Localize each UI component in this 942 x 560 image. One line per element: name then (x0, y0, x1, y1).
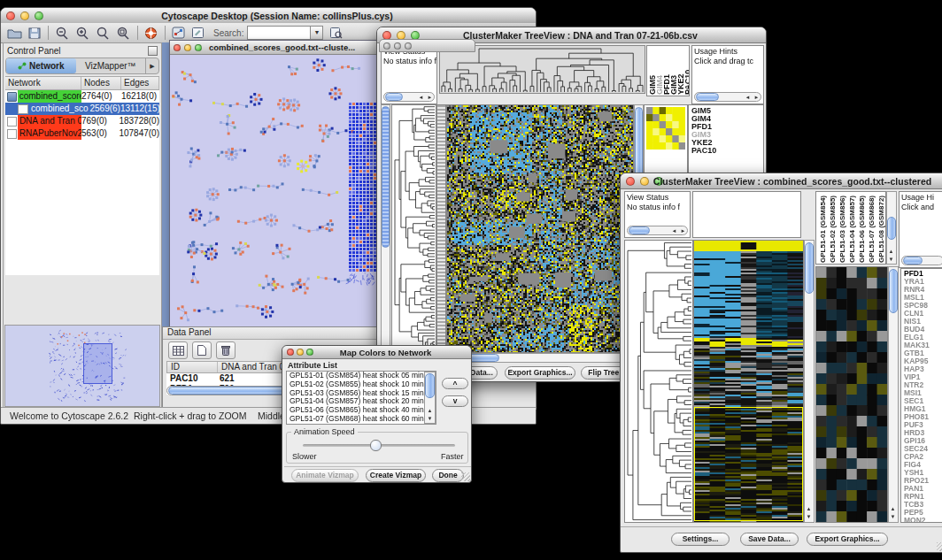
minimize-icon[interactable] (184, 44, 191, 51)
heatmap-hscrollbar[interactable] (446, 353, 634, 363)
scroll-thumb[interactable] (385, 93, 403, 101)
column-label[interactable]: GPL51-04 (GSM857) (847, 193, 857, 263)
zoom-out-icon[interactable] (55, 27, 69, 40)
heatmap-vscrollbar[interactable] (804, 240, 815, 523)
zoom-vscrollbar[interactable] (888, 266, 899, 523)
settings-button[interactable]: Settings... (671, 533, 730, 546)
scroll-left-icon[interactable] (744, 94, 752, 102)
column-label[interactable]: GPL51-01 (GSM854) (818, 193, 828, 263)
zoom-in-icon[interactable] (75, 27, 89, 40)
zoom-icon[interactable] (195, 44, 202, 51)
help-lifesaver-icon[interactable] (144, 27, 158, 40)
row-dendrogram-canvas[interactable] (392, 105, 436, 352)
network-view-title-bar[interactable]: combined_scores_good.txt--cluste... (170, 41, 393, 55)
column-dendrogram-canvas[interactable] (440, 46, 645, 93)
row-dendrogram-panel[interactable] (391, 104, 436, 353)
close-icon[interactable] (6, 12, 15, 20)
scroll-left-icon[interactable] (670, 227, 678, 235)
tab-overflow-arrow-icon[interactable] (145, 58, 158, 73)
scroll-down-icon[interactable] (426, 415, 434, 423)
row-dendrogram-panel[interactable] (624, 240, 693, 523)
scroll-thumb[interactable] (903, 257, 923, 265)
move-down-button[interactable]: v (442, 395, 468, 407)
search-input[interactable] (247, 26, 311, 40)
network-overview-canvas[interactable] (5, 326, 159, 406)
treeview2-title-bar[interactable]: ClusterMaker TreeView : combined_scores_… (621, 173, 942, 189)
column-label[interactable]: PAC10 (684, 47, 690, 95)
float-panel-icon[interactable] (148, 46, 158, 56)
scroll-up-icon[interactable] (426, 407, 434, 415)
column-label[interactable]: GPL51-07 (GSM868) (867, 193, 876, 263)
zoom-selected-icon[interactable] (96, 27, 110, 40)
heatmap-canvas[interactable] (694, 241, 803, 522)
column-dendrogram-panel[interactable] (439, 45, 645, 94)
view-status-hscrollbar[interactable] (383, 92, 435, 102)
heatmap-panel[interactable] (446, 104, 634, 353)
tab-vizmapper[interactable]: VizMapper™ (76, 58, 146, 73)
network-canvas[interactable] (170, 55, 391, 326)
scroll-thumb[interactable] (887, 217, 896, 240)
export-graphics-button[interactable]: Export Graphics... (505, 366, 575, 380)
done-button[interactable]: Done (432, 469, 464, 482)
attribute-list-vscrollbar[interactable] (424, 372, 436, 424)
column-dendrogram-panel[interactable] (692, 191, 801, 238)
scroll-right-icon[interactable] (753, 94, 761, 102)
close-icon[interactable] (383, 42, 390, 50)
scroll-thumb[interactable] (629, 226, 650, 234)
save-icon[interactable] (28, 27, 41, 39)
network-table-row[interactable]: combined_sco 2569(6) 13112(15) (5, 103, 159, 115)
delete-attribute-trash-icon[interactable] (216, 341, 236, 359)
heatmap-panel[interactable] (693, 240, 804, 523)
view-status-hscrollbar[interactable] (627, 226, 688, 235)
attribute-table-icon[interactable] (168, 341, 188, 359)
scroll-thumb[interactable] (382, 106, 390, 248)
scroll-right-icon[interactable] (679, 227, 687, 235)
scroll-thumb[interactable] (696, 93, 719, 101)
scroll-thumb[interactable] (889, 269, 898, 313)
vizmapper-icon[interactable] (172, 27, 185, 39)
column-label[interactable]: GPL51-02 (GSM855) (828, 193, 838, 263)
scroll-up-icon[interactable] (889, 505, 897, 513)
scroll-down-icon[interactable] (889, 513, 897, 521)
close-icon[interactable] (174, 44, 181, 51)
scroll-thumb[interactable] (805, 242, 814, 294)
left-vscrollbar[interactable] (381, 104, 390, 353)
network-table-row[interactable]: DNA and Tran 07 769(0) 183728(0) (5, 115, 159, 127)
overview-viewport-rect[interactable] (83, 343, 112, 384)
minimize-icon[interactable] (297, 349, 304, 356)
network-table-row[interactable]: combined_scores 2764(0) 16218(0) (5, 90, 159, 103)
dialog-title-bar[interactable]: Map Colors to Network (282, 346, 471, 359)
scroll-down-icon[interactable] (887, 256, 895, 264)
column-labels-vscrollbar[interactable] (886, 191, 897, 265)
resize-grip[interactable] (937, 542, 942, 551)
column-label[interactable]: GPL51-03 (GSM856) (838, 193, 847, 263)
close-icon[interactable] (287, 349, 294, 356)
annotation-icon[interactable] (191, 27, 205, 39)
resize-grip[interactable] (461, 472, 470, 481)
heatmap-canvas[interactable] (447, 105, 633, 352)
zoom-matrix-canvas[interactable] (646, 107, 685, 150)
tab-network[interactable]: Network (6, 58, 76, 73)
gene-label[interactable]: MON2 (904, 517, 942, 523)
zoom-icon[interactable] (405, 42, 412, 50)
search-dropdown-icon[interactable]: ▼ (311, 26, 323, 40)
zoom-view-panel[interactable] (815, 266, 888, 523)
scroll-left-icon[interactable] (417, 94, 425, 102)
network-overview-panel[interactable] (4, 325, 160, 407)
new-attribute-icon[interactable] (192, 341, 212, 359)
attribute-list[interactable]: GPL51-01 (GSM854) heat shock 05 minGPL51… (286, 371, 436, 425)
usage-hints-hscrollbar[interactable] (901, 256, 942, 265)
row-dendrogram-canvas[interactable] (625, 241, 692, 522)
attribute-list-item[interactable]: GPL51-07 (GSM868) heat shock 60 min (287, 415, 436, 424)
scroll-down-icon[interactable] (805, 513, 813, 521)
row-label[interactable]: PAC10 (691, 147, 763, 155)
scroll-up-icon[interactable] (887, 248, 895, 256)
open-folder-icon[interactable] (7, 27, 22, 39)
export-graphics-button[interactable]: Export Graphics... (807, 533, 888, 546)
save-data-button[interactable]: Save Data... (740, 533, 799, 546)
close-icon[interactable] (382, 31, 391, 40)
minimize-icon[interactable] (394, 42, 401, 50)
scroll-up-icon[interactable] (805, 505, 813, 513)
scroll-right-icon[interactable] (426, 94, 434, 102)
column-label[interactable]: GPL51-08 (GSM872) (876, 193, 886, 263)
